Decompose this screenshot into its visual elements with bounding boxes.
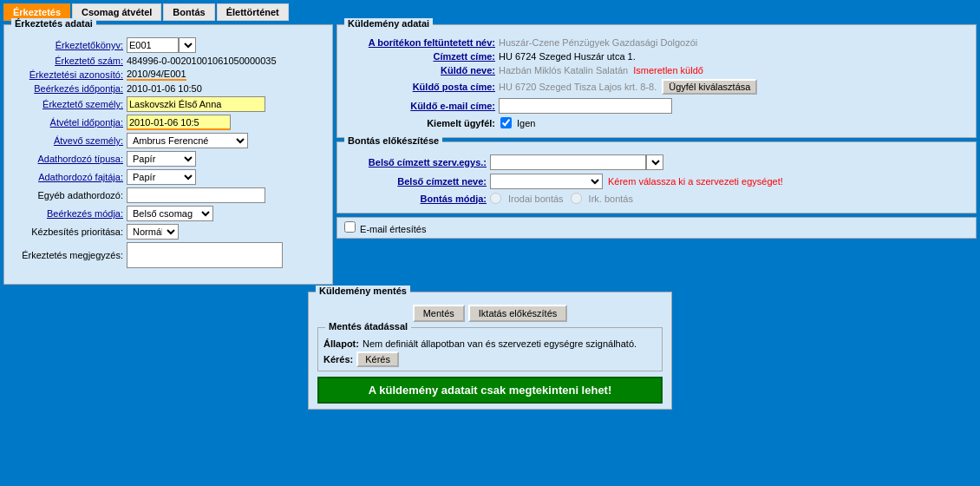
címzett-címe-row: Címzett címe: HU 6724 Szeged Huszár utca…	[343, 51, 970, 62]
küldő-neve-value: Hazbán Miklós Katalin Salatán	[499, 65, 628, 76]
adathordozó-típusa-select[interactable]: Papír	[127, 151, 196, 167]
tab-bar: Érkeztetés Csomag átvétel Bontás Élettör…	[0, 0, 980, 21]
érkeztetőkönyv-row: Érkeztetőkönyv:	[10, 37, 327, 53]
beérkezés-időpontja-row: Beérkezés időpontja: 2010-01-06 10:50	[10, 83, 327, 94]
beérkezés-módja-label[interactable]: Beérkezés módja:	[10, 208, 127, 219]
állapot-row: Állapot: Nem definiált állapotban van és…	[323, 338, 657, 349]
bontás-módja-row: Bontás módja: Irodai bontás Irk. bontás	[343, 193, 970, 204]
érkeztető-személy-input[interactable]	[127, 96, 265, 112]
kérés-label: Kérés:	[323, 354, 356, 364]
beérkezés-időpontja-value: 2010-01-06 10:50	[127, 83, 202, 94]
küldő-posta-value: HU 6720 Szeged Tisza Lajos krt. 8-8.	[499, 82, 657, 92]
irodai-bontás-radio[interactable]	[490, 193, 501, 204]
belső-címzett-neve-label: Belső címzett neve:	[343, 176, 490, 187]
egyéb-adathordozó-row: Egyéb adathordozó:	[10, 187, 327, 203]
belső-címzett-szerv-select[interactable]	[646, 154, 663, 170]
tab-bontás[interactable]: Bontás	[163, 3, 214, 21]
küldő-email-row: Küldő e-mail címe:	[343, 98, 970, 114]
top-row: Érkeztetés adatai Érkeztetőkönyv: Érkezt…	[3, 24, 977, 285]
küldő-posta-label[interactable]: Küldő posta címe:	[343, 82, 499, 92]
érkeztetés-megjegyzés-row: Érkeztetés megjegyzés:	[10, 242, 327, 268]
kiemelt-ügyfél-label: Kiemelt ügyfél:	[343, 118, 499, 128]
irk-bontás-radio[interactable]	[571, 193, 582, 204]
kérés-row: Kérés: Kérés	[323, 351, 657, 367]
érkeztetés-panel: Érkeztetés adatai Érkeztetőkönyv: Érkezt…	[3, 24, 333, 285]
ügyfél-kiválasztása-button[interactable]: Ügyfél kiválasztása	[662, 79, 757, 95]
boríték-row: A borítékon feltüntetett név: Huszár-Cze…	[343, 37, 970, 48]
belső-címzett-szerv-row: Belső címzett szerv.egys.:	[343, 154, 970, 170]
iktatás-button[interactable]: Iktatás előkészítés	[468, 305, 568, 322]
kézbesítés-prioritása-row: Kézbesítés prioritása: Normál	[10, 224, 327, 240]
érkeztetési-azonosító-label[interactable]: Érkeztetési azonosító:	[10, 69, 127, 80]
érkeztetési-azonosító-row: Érkeztetési azonosító: 2010/94/E001	[10, 69, 327, 81]
email-panel: E-mail értesítés	[336, 217, 977, 239]
mentés-átadással-panel: Mentés átadással Állapot: Nem definiált …	[317, 327, 663, 371]
érkeztetési-azonosító-value: 2010/94/E001	[127, 69, 186, 81]
kézbesítés-prioritása-select[interactable]: Normál	[127, 224, 179, 240]
kérem-text: Kérem válassza ki a szervezeti egységet!	[608, 176, 783, 187]
átvétel-időpontja-label[interactable]: Átvétel időpontja:	[10, 117, 127, 128]
átvevő-személy-select[interactable]: Ambrus Ferencné	[127, 133, 248, 148]
adathordozó-fajtája-select[interactable]: Papír	[127, 169, 196, 185]
átvevő-személy-row: Átvevő személy: Ambrus Ferencné	[10, 133, 327, 148]
küldő-neve-label[interactable]: Küldő neve:	[343, 65, 499, 76]
mentés-átadással-title: Mentés átadással	[325, 321, 411, 332]
címzett-címe-label[interactable]: Címzett címe:	[343, 51, 499, 62]
belső-címzett-neve-row: Belső címzett neve: Kérem válassza ki a …	[343, 174, 970, 189]
állapot-value: Nem definiált állapotban van és szerveze…	[363, 338, 637, 349]
belső-címzett-szerv-input[interactable]	[490, 154, 646, 170]
érkeztető-szám-value: 484996-0-00201001061050000035	[127, 56, 277, 66]
megtekinteni-button[interactable]: A küldemény adatait csak megtekinteni le…	[317, 377, 663, 404]
kiemelt-ügyfél-row: Kiemelt ügyfél: Igen	[343, 117, 970, 128]
save-section: Küldemény mentés Mentés Iktatás előkészí…	[3, 292, 977, 410]
boríték-label[interactable]: A borítékon feltüntetett név:	[343, 37, 499, 48]
érkeztetés-panel-title: Érkeztetés adatai	[11, 18, 96, 29]
mentés-button[interactable]: Mentés	[413, 305, 465, 322]
beérkezés-módja-row: Beérkezés módja: Belső csomag	[10, 206, 327, 221]
érkeztetőkönyv-select[interactable]	[179, 37, 196, 53]
email-értesítés-checkbox[interactable]	[344, 221, 356, 233]
beérkezés-időpontja-label[interactable]: Beérkezés időpontja:	[10, 83, 127, 94]
beérkezés-módja-select[interactable]: Belső csomag	[127, 206, 213, 221]
küldő-email-input[interactable]	[499, 98, 672, 114]
adathordozó-típusa-label[interactable]: Adathordozó típusa:	[10, 154, 127, 164]
érkeztető-szám-label[interactable]: Érkeztető szám:	[10, 56, 127, 66]
egyéb-adathordozó-input[interactable]	[127, 187, 265, 203]
kérés-button[interactable]: Kérés	[356, 351, 399, 367]
küldemény-panel: Küldemény adatai A borítékon feltüntetet…	[336, 24, 977, 138]
ismeretlen-küldő-text: Ismeretlen küldő	[633, 65, 703, 76]
email-értesítés-label: E-mail értesítés	[360, 224, 426, 234]
belső-címzett-szerv-label: Belső címzett szerv.egys.:	[343, 157, 490, 167]
érkeztetőkönyv-label[interactable]: Érkeztetőkönyv:	[10, 40, 127, 50]
átvétel-időpontja-input[interactable]	[127, 115, 231, 130]
átvevő-személy-label[interactable]: Átvevő személy:	[10, 135, 127, 146]
érkeztetőkönyv-input[interactable]	[127, 37, 179, 53]
bontás-módja-radio-group: Irodai bontás Irk. bontás	[490, 193, 633, 204]
kiemelt-ügyfél-checkbox[interactable]	[500, 117, 512, 128]
igen-label: Igen	[517, 118, 535, 128]
kézbesítés-prioritása-label: Kézbesítés prioritása:	[10, 227, 127, 237]
egyéb-adathordozó-label: Egyéb adathordozó:	[10, 190, 127, 200]
save-panel: Küldemény mentés Mentés Iktatás előkészí…	[308, 292, 672, 410]
küldő-neve-row: Küldő neve: Hazbán Miklós Katalin Salatá…	[343, 65, 970, 76]
érkeztető-személy-row: Érkeztető személy:	[10, 96, 327, 112]
right-section: Küldemény adatai A borítékon feltüntetet…	[336, 24, 977, 285]
irk-bontás-label: Irk. bontás	[589, 194, 633, 204]
save-buttons: Mentés Iktatás előkészítés	[317, 305, 663, 322]
bontás-panel-title: Bontás előkészítése	[344, 135, 442, 146]
belső-címzett-neve-select[interactable]	[490, 174, 603, 189]
save-panel-title: Küldemény mentés	[316, 286, 410, 296]
boríték-value: Huszár-Czene Pénzügyek Gazdasági Dolgozó…	[499, 37, 697, 48]
küldő-posta-row: Küldő posta címe: HU 6720 Szeged Tisza L…	[343, 79, 970, 95]
adathordozó-fajtája-row: Adathordozó fajtája: Papír	[10, 169, 327, 185]
tab-élettörténet[interactable]: Élettörténet	[217, 3, 289, 21]
küldő-email-label[interactable]: Küldő e-mail címe:	[343, 101, 499, 111]
címzett-címe-value: HU 6724 Szeged Huszár utca 1.	[499, 51, 636, 62]
érkeztetés-megjegyzés-input[interactable]	[127, 242, 283, 268]
érkeztető-személy-label[interactable]: Érkeztető személy:	[10, 99, 127, 109]
küldemény-panel-title: Küldemény adatai	[344, 18, 433, 29]
adathordozó-fajtája-label[interactable]: Adathordozó fajtája:	[10, 172, 127, 182]
érkeztető-szám-row: Érkeztető szám: 484996-0-002010010610500…	[10, 56, 327, 66]
irodai-bontás-label: Irodai bontás	[508, 194, 564, 204]
bontás-módja-label: Bontás módja:	[343, 194, 490, 204]
